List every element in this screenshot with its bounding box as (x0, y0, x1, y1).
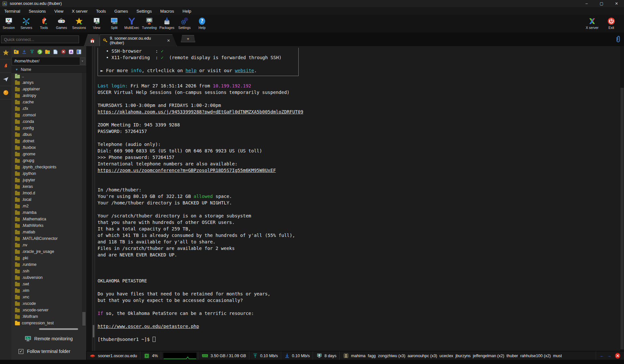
refresh-icon[interactable] (37, 49, 43, 55)
download-icon[interactable] (21, 49, 27, 55)
folder-row[interactable]: .dotnet (11, 138, 86, 144)
folder-row[interactable]: .local (11, 196, 86, 203)
view-button[interactable]: View (88, 15, 105, 32)
tunneling-button[interactable]: Tunneling (141, 15, 158, 32)
folder-row[interactable]: .cache (11, 99, 86, 105)
folder-row[interactable]: .keras (11, 183, 86, 190)
delete-icon[interactable] (61, 49, 66, 55)
terminal-link[interactable]: https://zoom.us/zoomconference?m=GBPzoso… (98, 168, 276, 173)
folder-row[interactable]: .lmod.d (11, 190, 86, 196)
upload-icon[interactable] (29, 49, 35, 55)
tab-close-icon[interactable]: ✕ (167, 38, 170, 43)
folder-row[interactable]: .cfx (11, 105, 86, 112)
attachments-icon[interactable] (615, 36, 621, 43)
quick-connect-input[interactable] (1, 35, 79, 43)
sessions-button[interactable]: Sessions (70, 15, 88, 32)
folder-row[interactable]: .Wolfram (11, 313, 86, 320)
menu-sessions[interactable]: Sessions (24, 7, 50, 15)
home-tab[interactable] (84, 34, 101, 46)
folder-row[interactable]: .apptainer (11, 86, 86, 92)
sessions-panel-tab[interactable] (0, 46, 11, 59)
terminal-split-icon[interactable] (76, 49, 82, 55)
terminal-link[interactable]: website (235, 68, 254, 73)
folder-row[interactable]: .pki (11, 255, 86, 261)
menu-help[interactable]: Help (178, 7, 196, 15)
folder-row[interactable]: .mamba (11, 209, 86, 216)
terminal-link[interactable]: help (185, 68, 197, 73)
split-button[interactable]: Split (105, 15, 123, 32)
terminal-right-scrollbar[interactable] (620, 46, 624, 351)
pacman-panel-tab[interactable] (0, 86, 11, 99)
terminal-link[interactable]: https://oklahoma.zoom.us/j/94533999288?p… (98, 109, 303, 114)
menu-tools[interactable]: Tools (92, 7, 110, 15)
folder-row[interactable]: .vim (11, 287, 86, 294)
session-button[interactable]: Session (0, 15, 18, 32)
menu-macros[interactable]: Macros (156, 7, 178, 15)
folder-row[interactable]: .comsol (11, 112, 86, 118)
folder-row[interactable]: .ipynb_checkpoints (11, 164, 86, 170)
folder-row[interactable]: .MathWorks (11, 222, 86, 229)
name-column-header[interactable]: ▼ Name (11, 66, 86, 73)
path-input[interactable]: /home/thuber/ (12, 58, 80, 65)
folder-row[interactable]: .vscode (11, 300, 86, 307)
terminal-left-scrollbar[interactable] (92, 46, 95, 351)
menu-games[interactable]: Games (110, 7, 132, 15)
multiexec-button[interactable]: MultiExec (123, 15, 141, 32)
folder-row[interactable]: .MATLABConnector (11, 235, 86, 242)
scroll-right-icon[interactable]: → (607, 354, 612, 358)
menu-view[interactable]: View (50, 7, 68, 15)
folder-row[interactable]: .swt (11, 281, 86, 287)
terminal-link[interactable]: http://www.oscer.ou.edu/petastore.php (98, 324, 199, 329)
encoding-icon[interactable]: A (68, 49, 74, 55)
folder-row[interactable]: .vnc (11, 294, 86, 300)
folder-row[interactable]: .oracle_jre_usage (11, 248, 86, 255)
active-session-tab[interactable]: 9. sooner.oscer.ou.edu (thuber) ✕ (100, 34, 177, 46)
new-file-icon[interactable] (53, 49, 58, 55)
folder-row[interactable]: .config (11, 125, 86, 131)
scrollbar-thumb[interactable] (82, 312, 86, 326)
folder-row[interactable]: .ansys (11, 79, 86, 86)
folder-row[interactable]: .. (11, 73, 86, 79)
horizontal-scrollbar-thumb[interactable] (39, 328, 78, 330)
maximize-button[interactable]: ▢ (594, 0, 609, 7)
path-dropdown-button[interactable]: ˅ (80, 58, 85, 65)
folder-row[interactable]: compression_test (11, 320, 86, 326)
folder-row[interactable]: .runtime (11, 261, 86, 268)
folder-row[interactable]: .subversion (11, 274, 86, 281)
close-button[interactable]: ✕ (609, 0, 624, 7)
close-session-icon[interactable] (615, 353, 621, 359)
folder-list-scrollbar[interactable] (82, 73, 86, 326)
new-tab-button[interactable]: + (181, 35, 195, 42)
minimize-button[interactable]: – (579, 0, 594, 7)
folder-row[interactable]: .jupyter (11, 177, 86, 183)
folder-row[interactable]: .ipython (11, 170, 86, 177)
exit-button[interactable]: Exit (603, 15, 620, 32)
checkbox-checked-icon[interactable]: ✓ (19, 349, 23, 354)
folder-row[interactable]: .vscode-server (11, 307, 86, 313)
xserver-button[interactable]: X server (582, 15, 603, 32)
folder-row[interactable]: .nv (11, 242, 86, 248)
menu-xserver[interactable]: X server (68, 7, 92, 15)
folder-row[interactable]: .matlab (11, 229, 86, 235)
scrollbar-thumb[interactable] (93, 325, 94, 337)
folder-row[interactable]: .conda (11, 118, 86, 125)
macros-panel-tab[interactable] (0, 73, 11, 86)
scroll-left-icon[interactable]: ← (600, 354, 604, 358)
folder-up-icon[interactable] (14, 49, 19, 55)
folder-row[interactable]: .astropy (11, 92, 86, 99)
tools-panel-tab[interactable] (0, 59, 11, 73)
folder-row[interactable]: .dbus (11, 131, 86, 138)
menu-settings[interactable]: Settings (132, 7, 156, 15)
folder-row[interactable]: .fluxbox (11, 144, 86, 151)
menu-terminal[interactable]: Terminal (0, 7, 24, 15)
terminal-panel[interactable]: • SSH-browser : ✓ • X11-forwarding : ✓ (… (86, 46, 624, 351)
terminal-output[interactable]: • SSH-browser : ✓ • X11-forwarding : ✓ (… (98, 48, 619, 351)
servers-button[interactable]: Servers (18, 15, 35, 32)
help-button[interactable]: ? Help (193, 15, 211, 32)
folder-row[interactable]: .ssh (11, 268, 86, 274)
follow-terminal-folder-toggle[interactable]: ✓ Follow terminal folder (11, 349, 86, 354)
folder-row[interactable]: .gnupg (11, 157, 86, 164)
settings-button[interactable]: Settings (176, 15, 193, 32)
tools-button[interactable]: Tools (35, 15, 53, 32)
folder-row[interactable]: .m2 (11, 203, 86, 209)
